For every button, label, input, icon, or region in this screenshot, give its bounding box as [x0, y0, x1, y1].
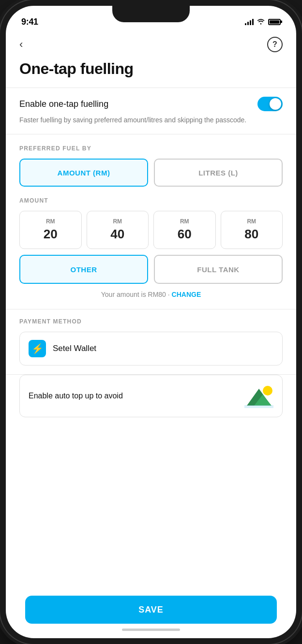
- nav-row: ‹ ?: [19, 31, 283, 60]
- amount-card-40[interactable]: RM 40: [87, 211, 149, 249]
- amount-card-20[interactable]: RM 20: [19, 211, 82, 249]
- amount-value-20: 20: [44, 227, 58, 242]
- toggle-row: Enable one-tap fuelling: [19, 88, 283, 115]
- auto-topup-text: Enable auto top up to avoid: [29, 392, 240, 400]
- amount-value-80: 80: [244, 227, 258, 242]
- auto-topup-illustration: [244, 384, 273, 408]
- payment-method-label: PAYMENT METHOD: [19, 318, 283, 325]
- amount-section-label: AMOUNT: [19, 197, 283, 204]
- payment-card[interactable]: ⚡ Setel Wallet: [19, 332, 283, 366]
- toggle-label: Enable one-tap fuelling: [19, 99, 108, 109]
- help-button[interactable]: ?: [267, 37, 283, 52]
- divider-3: [6, 309, 296, 309]
- amount-unit-40: RM: [113, 218, 122, 225]
- amount-status: Your amount is RM80 · CHANGE: [19, 291, 283, 298]
- option-row: OTHER FULL TANK: [19, 255, 283, 284]
- content-area: ‹ ? One-tap fuelling Enable one-tap fuel…: [6, 31, 296, 604]
- fuel-type-litres-button[interactable]: LITRES (L): [154, 159, 283, 187]
- status-time: 9:41: [21, 17, 38, 27]
- amount-status-text: Your amount is RM80 ·: [101, 291, 172, 298]
- other-button[interactable]: OTHER: [19, 255, 148, 284]
- home-indicator: [122, 629, 180, 631]
- svg-rect-3: [244, 405, 273, 408]
- setel-wallet-icon: ⚡: [29, 340, 46, 357]
- toggle-description: Faster fuelling by saving preferred amou…: [19, 115, 283, 134]
- divider-2: [6, 134, 296, 134]
- battery-icon: [268, 19, 281, 25]
- save-button[interactable]: SAVE: [25, 596, 277, 624]
- change-link[interactable]: CHANGE: [172, 291, 201, 298]
- setel-bolt-icon: ⚡: [31, 343, 44, 354]
- status-icons: [245, 18, 281, 26]
- signal-bar-4: [252, 19, 254, 25]
- phone-frame: 9:41: [0, 0, 302, 644]
- signal-bars-icon: [245, 18, 254, 25]
- notch: [112, 6, 190, 22]
- signal-bar-1: [245, 23, 246, 25]
- wifi-icon: [257, 18, 265, 26]
- amount-unit-20: RM: [46, 218, 55, 225]
- auto-topup-card[interactable]: Enable auto top up to avoid: [19, 375, 283, 417]
- amount-value-40: 40: [110, 227, 124, 242]
- amount-value-60: 60: [178, 227, 192, 242]
- amount-card-80[interactable]: RM 80: [221, 211, 283, 249]
- signal-bar-3: [250, 20, 251, 25]
- enable-toggle[interactable]: [257, 97, 283, 111]
- svg-point-0: [263, 386, 272, 395]
- signal-bar-2: [247, 22, 249, 25]
- fuel-type-amount-button[interactable]: AMOUNT (RM): [19, 159, 148, 187]
- save-bar: SAVE: [12, 590, 290, 638]
- payment-name: Setel Wallet: [53, 344, 96, 353]
- preferred-fuel-label: PREFERRED FUEL BY: [19, 145, 283, 152]
- full-tank-button[interactable]: FULL TANK: [154, 255, 283, 284]
- amount-unit-80: RM: [247, 218, 256, 225]
- fuel-type-row: AMOUNT (RM) LITRES (L): [19, 159, 283, 187]
- amount-grid: RM 20 RM 40 RM 60 RM 80: [19, 211, 283, 249]
- battery-fill: [270, 20, 279, 24]
- amount-card-60[interactable]: RM 60: [153, 211, 216, 249]
- page-title: One-tap fuelling: [19, 60, 283, 78]
- amount-unit-60: RM: [180, 218, 189, 225]
- back-button[interactable]: ‹: [19, 39, 23, 50]
- phone-screen: 9:41: [6, 6, 296, 638]
